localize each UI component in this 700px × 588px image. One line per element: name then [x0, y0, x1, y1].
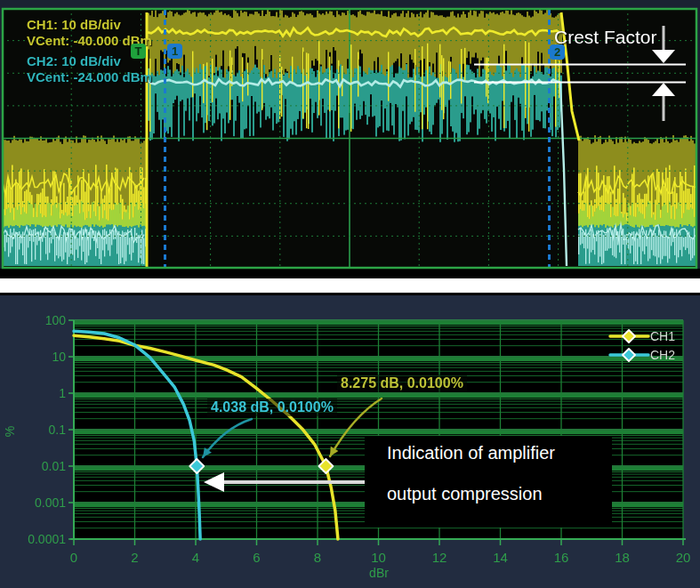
ch1-scale-label: CH1: 10 dB/div: [27, 17, 121, 32]
ch2-scale-label: CH2: 10 dB/div: [27, 53, 121, 68]
x-tick-label: 16: [542, 550, 581, 565]
y-tick-label: 100: [2, 313, 66, 327]
trigger-marker-badge: T: [131, 44, 146, 59]
legend-label-ch1: CH1: [650, 329, 675, 343]
x-tick-label: 20: [664, 550, 700, 565]
x-tick-label: 0: [54, 550, 93, 565]
x-axis-title: dBr: [356, 566, 402, 580]
x-tick-label: 14: [481, 550, 520, 565]
ccdf-plot-panel: 1001010.10.010.0010.0001 024681012141618…: [0, 293, 700, 588]
y-tick-label: 0.01: [2, 459, 66, 473]
crest-factor-label: Crest Factor: [554, 27, 657, 48]
instrument-screenshot: CH1: 10 dB/div VCent: -40.000 dBm CH2: 1…: [0, 0, 700, 588]
y-axis-title: %: [3, 422, 17, 441]
ch1-marker-readout: 8.275 dB, 0.0100%: [337, 375, 467, 392]
compression-callout-line1: Indication of amplifier: [387, 443, 555, 463]
legend-label-ch2: CH2: [650, 348, 675, 362]
x-tick-label: 4: [176, 550, 215, 565]
y-tick-label: 0.001: [2, 495, 66, 510]
x-tick-label: 8: [298, 550, 337, 565]
cursor-1-badge: 1: [167, 44, 182, 59]
burst-display-panel: CH1: 10 dB/div VCent: -40.000 dBm CH2: 1…: [0, 0, 700, 278]
cursor-2-badge: 2: [550, 44, 565, 60]
y-tick-label: 0.0001: [2, 532, 66, 546]
y-tick-label: 1: [2, 386, 66, 400]
x-tick-label: 10: [359, 550, 398, 565]
compression-callout-line2: output compression: [387, 484, 543, 504]
x-tick-label: 6: [237, 550, 277, 565]
ch2-marker-readout: 4.038 dB, 0.0100%: [207, 399, 337, 416]
compression-callout-box: Indication of amplifier output compressi…: [365, 436, 612, 528]
x-tick-label: 2: [116, 550, 155, 565]
x-tick-label: 12: [420, 550, 459, 565]
ch2-vcenter-label: VCent: -24.000 dBm: [27, 69, 152, 85]
y-tick-label: 10: [2, 350, 66, 364]
x-tick-label: 18: [603, 550, 642, 565]
